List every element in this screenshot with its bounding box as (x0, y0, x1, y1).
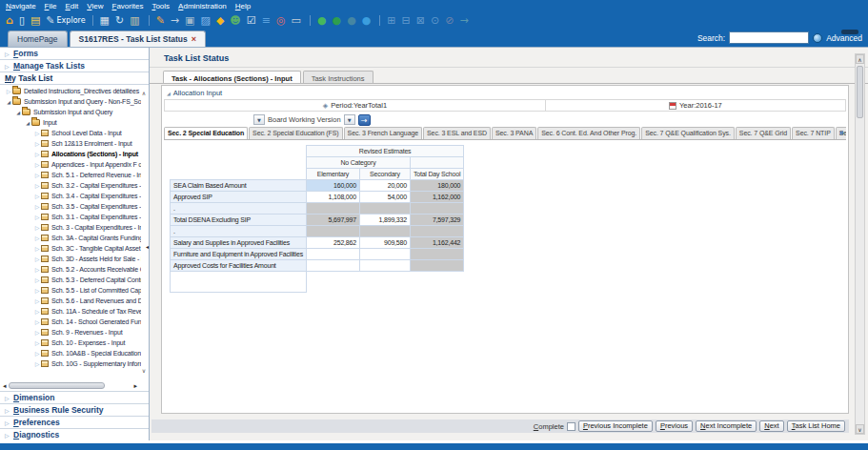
tree-expand-icon[interactable] (24, 119, 31, 127)
tree-expand-icon[interactable] (33, 256, 41, 263)
database-refresh-icon[interactable]: ≡ (262, 15, 273, 26)
business-rule-dim-icon[interactable]: ● (347, 15, 358, 26)
tree-expand-icon[interactable] (33, 308, 41, 316)
menu-item[interactable]: Navigate (6, 2, 36, 12)
grid-cell[interactable]: 160,000 (306, 180, 359, 192)
section-tab[interactable]: Sec. 3 French Language (344, 127, 422, 139)
grid-cell[interactable] (306, 203, 359, 215)
tree-horizontal-scrollbar[interactable] (3, 380, 137, 390)
panel-icon[interactable]: ▭ (292, 15, 303, 26)
tree-item[interactable]: Allocations (Sections) - Input (0, 149, 141, 159)
tree-item[interactable]: Sch. 5.1 - Deferred Revenue - Input (0, 170, 141, 180)
user-edit-icon[interactable]: ☻ (230, 15, 242, 26)
expand-arrow-icon[interactable] (5, 404, 10, 417)
go-button[interactable] (358, 114, 371, 126)
section-tab[interactable]: Sec. 2 Special Education (164, 127, 248, 139)
lock-icon[interactable]: ◆ (216, 15, 226, 26)
tree-expand-icon[interactable] (33, 172, 41, 179)
disclosure-icon[interactable] (167, 91, 171, 96)
tree-expand-icon[interactable] (33, 297, 41, 305)
search-input[interactable] (729, 31, 809, 44)
tree-expand-icon[interactable] (33, 276, 41, 284)
grid-cell[interactable]: 1,108,000 (306, 192, 359, 203)
menu-item[interactable]: File (45, 2, 57, 12)
tree-item[interactable]: Sch. 5.5 - List of Committed Capital (0, 285, 141, 296)
close-icon[interactable] (192, 34, 196, 44)
grid-cell[interactable]: 252,862 (306, 237, 359, 249)
edit-pencil-icon[interactable]: ✎ (156, 15, 167, 26)
tree-item[interactable]: School Level Data - Input (0, 128, 141, 138)
tree-item[interactable]: Sch. 3.5 - Capital Expenditures - PO (0, 201, 141, 212)
calendar-icon[interactable] (669, 102, 676, 110)
print-icon[interactable]: ▦ (100, 15, 111, 26)
tree-expand-icon[interactable] (33, 360, 41, 368)
expand-arrow-icon[interactable] (5, 48, 10, 60)
expand-arrow-icon[interactable] (5, 417, 10, 429)
tree-item[interactable]: Input (0, 117, 141, 128)
separator[interactable] (149, 15, 150, 26)
tree-item[interactable]: Submission Input and Query - Non-FS_Soum… (0, 96, 141, 107)
menu-item[interactable]: Help (235, 2, 251, 12)
section-tab[interactable]: Sec. 6 Cont. Ed. And Other Prog. (537, 127, 640, 139)
sidebar-section[interactable]: Diagnostics (0, 428, 149, 440)
pov-year[interactable]: Year:2016-17 (546, 100, 845, 111)
explore-icon[interactable]: ✎ Explore (46, 15, 85, 26)
section-tab[interactable]: Sec. 3 PANA (492, 127, 536, 139)
action-button[interactable]: Previous Incomplete (578, 420, 653, 432)
separator[interactable] (379, 15, 380, 26)
tree-expand-icon[interactable] (33, 193, 41, 200)
tree-item[interactable]: Sch. 9 - Revenues - Input (0, 327, 141, 338)
grid-cell[interactable]: 7,597,329 (410, 215, 463, 226)
tree-item[interactable]: Sch. 10A&B - Special Education Exp (0, 348, 141, 358)
open-folder-icon[interactable]: ▤ (30, 15, 42, 26)
tree-expand-icon[interactable] (14, 109, 22, 116)
tree-item[interactable]: Sch. 5.2 - Accounts Receivable Con (0, 264, 141, 275)
grid-cell[interactable] (306, 260, 359, 272)
tree-item[interactable]: Sch. 10G - Supplementary Informat (0, 358, 141, 369)
expand-left-icon[interactable]: ⊞ (387, 15, 397, 26)
sidebar-section[interactable]: Dimension (0, 391, 149, 403)
version-dropdown-icon[interactable] (344, 114, 355, 125)
tree-expand-icon[interactable] (33, 245, 41, 253)
find-user-icon[interactable]: ◎ (276, 15, 288, 26)
tree-expand-icon[interactable] (33, 318, 41, 326)
scroll-right-icon[interactable] (133, 380, 137, 390)
menu-item[interactable]: Favorites (112, 2, 144, 12)
separator[interactable] (92, 15, 93, 26)
splitter-collapse-icon[interactable] (146, 243, 149, 250)
scrollbar-thumb[interactable] (9, 382, 105, 389)
business-rule-run-icon[interactable]: ● (333, 15, 344, 26)
grid-cell[interactable] (359, 260, 410, 272)
menu-item[interactable]: Administration (178, 2, 227, 12)
image-icon[interactable]: ▨ (200, 15, 212, 26)
new-document-icon[interactable]: ▯ (19, 15, 27, 26)
scrollbar-thumb[interactable] (857, 66, 863, 118)
expand-arrow-icon[interactable] (5, 60, 10, 72)
tree-item[interactable]: Sch. 11A - Schedule of Tax Revenu (0, 306, 141, 317)
business-rule-blue-icon[interactable]: ● (362, 15, 373, 26)
sidebar-section-my-task-list[interactable]: My Task List (0, 72, 149, 85)
sidebar-section[interactable]: Forms (0, 48, 149, 60)
tree-expand-icon[interactable] (33, 130, 41, 137)
tree-item[interactable]: Sch 12&13 Enrolment - Input (0, 138, 141, 149)
panel-header[interactable]: Allocation Input (162, 86, 848, 98)
tree-expand-icon[interactable] (33, 182, 41, 190)
business-rule-green-icon[interactable]: ● (317, 15, 329, 26)
grid-cell[interactable] (410, 249, 463, 260)
tree-expand-icon[interactable] (33, 214, 41, 221)
member-select-icon[interactable] (323, 102, 328, 110)
tree-expand-icon[interactable] (33, 350, 41, 358)
section-tab[interactable]: Sec. 7 Q&E Grid (736, 127, 791, 139)
window-tab[interactable]: S1617RES - Task List Status (70, 31, 206, 47)
expand-right-icon[interactable]: ⊠ (416, 15, 427, 26)
export-icon[interactable]: ▥ (130, 15, 141, 26)
sidebar-section[interactable]: Business Rule Security (0, 403, 149, 416)
validate-form-icon[interactable]: ☑ (247, 15, 258, 26)
section-tab[interactable]: Sec. 7 Q&E Qualification Sys. (641, 127, 735, 139)
grid-cell[interactable] (359, 226, 410, 237)
tree-item[interactable]: Sch. 3 - Capital Expenditures - Inpu (0, 222, 141, 233)
grid-cell[interactable] (359, 203, 410, 215)
menu-item[interactable]: Edit (65, 2, 78, 12)
tree-expand-icon[interactable] (33, 203, 41, 211)
tree-expand-icon[interactable] (33, 339, 41, 347)
